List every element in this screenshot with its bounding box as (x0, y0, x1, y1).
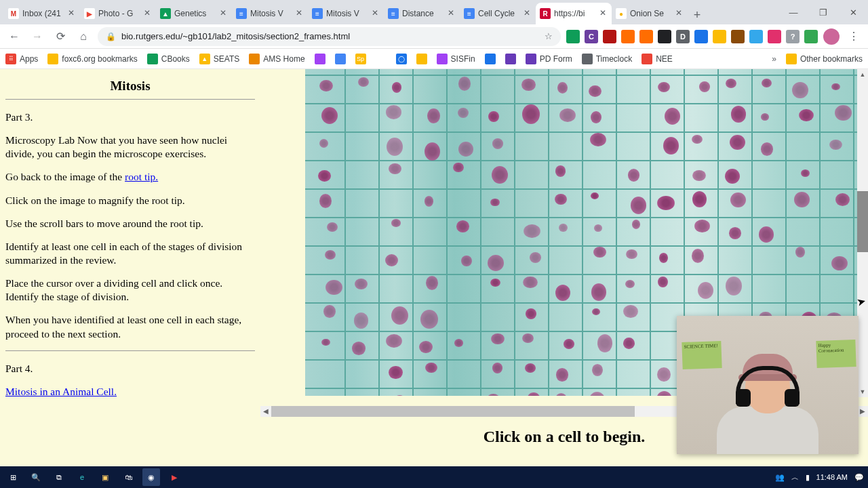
browser-tab[interactable]: ▶Photo - G✕ (80, 3, 156, 24)
clock[interactable]: 11:48 AM (816, 473, 848, 481)
file-explorer-icon[interactable]: ▣ (96, 468, 114, 486)
close-tab-icon[interactable]: ✕ (218, 9, 228, 18)
profile-avatar[interactable] (823, 28, 840, 45)
browser-tab[interactable]: MInbox (241✕ (4, 3, 80, 24)
network-icon[interactable]: ▮ (806, 473, 810, 482)
bookmark-item[interactable]: AMS Home (249, 54, 304, 64)
tray-chevron-icon[interactable]: ︿ (791, 472, 799, 483)
bookmark-item[interactable]: ⠿Apps (5, 54, 38, 64)
tab-title: Cell Cycle (478, 9, 519, 18)
edge-icon[interactable]: e (73, 468, 91, 486)
bookmark-icon (582, 54, 593, 64)
start-button[interactable]: ⊞ (4, 468, 22, 486)
kebab-menu-icon[interactable]: ⋮ (845, 28, 863, 45)
close-tab-icon[interactable]: ✕ (294, 9, 304, 18)
browser-tab[interactable]: ≡Mitosis V✕ (232, 3, 308, 24)
new-tab-button[interactable]: + (688, 5, 707, 24)
extension-icon[interactable] (566, 30, 580, 43)
forward-button[interactable]: → (28, 28, 46, 45)
browser-tab[interactable]: ●Onion Se✕ (612, 3, 688, 24)
people-icon[interactable]: 👥 (775, 473, 785, 482)
back-button[interactable]: ← (5, 28, 23, 45)
close-tab-icon[interactable]: ✕ (66, 9, 76, 18)
extension-icon[interactable] (621, 30, 635, 43)
extension-icon[interactable] (639, 30, 653, 43)
webcam-person (717, 339, 818, 454)
store-icon[interactable]: 🛍 (119, 468, 137, 486)
extension-icon[interactable] (804, 30, 818, 43)
home-button[interactable]: ⌂ (75, 28, 92, 45)
other-bookmarks-folder[interactable]: Other bookmarks (786, 54, 863, 64)
close-tab-icon[interactable]: ✕ (142, 9, 152, 18)
scroll-left-arrow[interactable]: ◀ (260, 406, 271, 417)
bookmark-item[interactable]: Timeclock (582, 54, 633, 64)
bookmark-icon: ⠿ (5, 54, 16, 64)
bookmark-item[interactable]: SISFin (437, 54, 475, 64)
maximize-button[interactable]: ❐ (808, 0, 838, 24)
bookmark-item[interactable] (335, 54, 346, 64)
animal-cell-link[interactable]: Mitosis in an Animal Cell. (5, 386, 117, 397)
chrome-icon[interactable]: ◉ (142, 468, 160, 486)
system-tray: 👥 ︿ ▮ 11:48 AM 💬 (775, 472, 864, 483)
tab-favicon: ● (616, 8, 627, 19)
reload-button[interactable]: ⟳ (52, 28, 69, 45)
minimize-button[interactable]: ― (778, 0, 808, 24)
browser-tab[interactable]: Rhttps://bi✕ (536, 3, 612, 24)
bookmark-icon (642, 54, 652, 64)
extension-icon[interactable] (749, 30, 763, 43)
task-view-icon[interactable]: ⧉ (50, 468, 68, 486)
address-bar[interactable]: 🔒 bio.rutgers.edu/~gb101/lab2_mitosis/se… (98, 27, 561, 46)
vertical-scroll-thumb[interactable] (857, 191, 868, 252)
bookmark-item[interactable]: ▲SEATS (199, 54, 239, 64)
close-tab-icon[interactable]: ✕ (370, 9, 380, 18)
bookmark-item[interactable]: CBooks (147, 54, 190, 64)
close-tab-icon[interactable]: ✕ (446, 9, 456, 18)
bookmark-icon (47, 54, 58, 64)
close-window-button[interactable]: ✕ (838, 0, 868, 24)
bookmark-item[interactable]: Sp (355, 54, 366, 64)
p-goback: Go back to the image of the root tip. (5, 170, 255, 184)
horizontal-scroll-thumb[interactable] (271, 406, 635, 417)
bookmark-item[interactable] (416, 54, 427, 64)
scroll-up-arrow[interactable]: ▲ (857, 69, 868, 80)
bookmark-item[interactable]: PD Form (526, 54, 572, 64)
browser-tab[interactable]: ▲Genetics✕ (156, 3, 232, 24)
browser-tab[interactable]: ≡Cell Cycle✕ (460, 3, 536, 24)
app-icon[interactable]: ▶ (165, 468, 183, 486)
notifications-icon[interactable]: 💬 (854, 473, 864, 482)
bookmark-item[interactable] (505, 54, 516, 64)
extension-icon[interactable] (731, 30, 745, 43)
search-icon[interactable]: 🔍 (27, 468, 45, 486)
scroll-down-arrow[interactable]: ▼ (857, 386, 868, 397)
p-intro: Microscopy Lab Now that you have seen ho… (5, 134, 255, 161)
star-icon[interactable]: ☆ (545, 31, 553, 41)
close-tab-icon[interactable]: ✕ (522, 9, 532, 18)
bookmark-item[interactable]: foxc6.org bookmarks (47, 54, 137, 64)
vertical-scrollbar[interactable]: ▲ ▼ (857, 69, 868, 397)
bookmark-item[interactable]: G (376, 54, 387, 64)
bookmark-item[interactable]: NEE (642, 54, 673, 64)
root-tip-link[interactable]: root tip. (125, 171, 158, 182)
extension-icon[interactable] (658, 30, 671, 43)
browser-tab[interactable]: ≡Mitosis V✕ (308, 3, 384, 24)
window-controls: ― ❐ ✕ (778, 0, 868, 24)
extension-icon[interactable]: C (585, 30, 598, 43)
bookmark-item[interactable]: ◯ (396, 54, 407, 64)
p-scroll: Use the scroll bars to move around the r… (5, 217, 255, 230)
bookmark-icon: ◯ (396, 54, 407, 64)
extension-icon[interactable]: ? (786, 30, 800, 43)
page-content: Mitosis Part 3. Microscopy Lab Now that … (0, 69, 868, 466)
scroll-right-arrow[interactable]: ▶ (857, 406, 868, 417)
bookmark-item[interactable] (485, 54, 496, 64)
bookmarks-overflow-icon[interactable]: » (772, 54, 776, 64)
extension-icon[interactable] (768, 30, 781, 43)
close-tab-icon[interactable]: ✕ (674, 9, 684, 18)
extension-icon[interactable]: D (676, 30, 690, 43)
tab-favicon: ▲ (160, 8, 171, 19)
browser-tab[interactable]: ≡Distance✕ (384, 3, 460, 24)
extension-icon[interactable] (694, 30, 708, 43)
extension-icon[interactable] (713, 30, 726, 43)
close-tab-icon[interactable]: ✕ (598, 9, 608, 18)
bookmark-item[interactable] (315, 54, 326, 64)
extension-icon[interactable] (603, 30, 616, 43)
